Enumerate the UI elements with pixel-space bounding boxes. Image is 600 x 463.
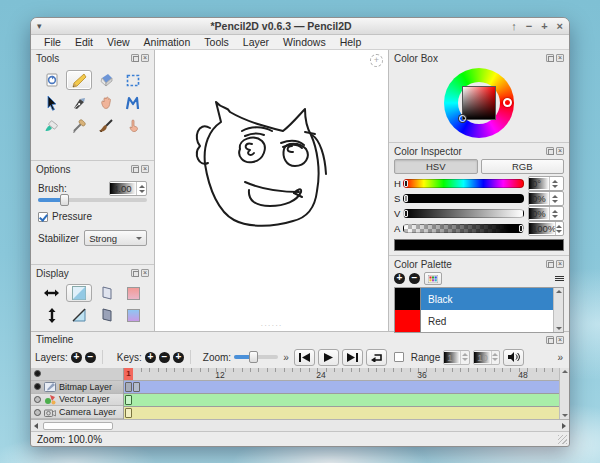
spin-up-icon[interactable] <box>552 195 558 198</box>
menu-tools[interactable]: Tools <box>197 36 236 48</box>
saturation-spinbox[interactable]: 0% <box>528 191 564 206</box>
toolbar-overflow-icon[interactable]: » <box>281 352 291 363</box>
scroll-up-icon[interactable] <box>556 290 562 293</box>
tab-hsv[interactable]: HSV <box>394 159 478 174</box>
brush-tool-button[interactable] <box>94 116 119 136</box>
spin-down-icon[interactable] <box>552 215 558 218</box>
play-button[interactable] <box>318 349 339 366</box>
spin-down-icon[interactable] <box>139 190 145 193</box>
spin-down-icon[interactable] <box>552 200 558 203</box>
spin-up-icon[interactable] <box>552 210 558 213</box>
remove-key-button[interactable]: − <box>159 352 170 363</box>
visibility-dot[interactable] <box>34 409 41 416</box>
palette-row-red[interactable]: Red <box>395 310 553 332</box>
title-bar[interactable]: ▾ *Pencil2D v0.6.3 — Pencil2D ↑ − + × <box>31 18 569 35</box>
menu-animation[interactable]: Animation <box>137 36 198 48</box>
spin-up-icon[interactable] <box>139 185 145 188</box>
spin-up-icon[interactable] <box>556 225 562 228</box>
layer-row-vector[interactable]: Vector Layer <box>31 394 123 407</box>
hue-spinbox[interactable]: 0° <box>528 176 564 191</box>
tools-float-button[interactable] <box>131 54 139 62</box>
timeline-close-button[interactable]: × <box>556 336 564 344</box>
display-float-button[interactable] <box>131 269 139 277</box>
scroll-down-icon[interactable] <box>562 414 568 417</box>
move-tool-button[interactable] <box>39 93 64 113</box>
options-close-button[interactable]: × <box>141 165 149 173</box>
hand-tool-button[interactable] <box>94 93 119 113</box>
color-box-close-button[interactable]: × <box>556 54 564 62</box>
tab-rgb[interactable]: RGB <box>481 159 565 174</box>
shade-button[interactable]: ↑ <box>511 19 517 34</box>
scroll-up-icon[interactable] <box>562 370 568 373</box>
vector-track[interactable] <box>124 394 559 407</box>
palette-scrollbar[interactable] <box>553 288 563 332</box>
stabilizer-dropdown[interactable]: Strong <box>84 230 147 246</box>
sv-marker[interactable] <box>459 115 466 122</box>
scroll-down-icon[interactable] <box>556 327 562 330</box>
range-checkbox[interactable] <box>394 352 404 362</box>
finger-tool-button[interactable] <box>121 116 146 136</box>
clear-tool-button[interactable] <box>39 70 64 90</box>
hue-slider[interactable] <box>403 179 524 188</box>
red-swatch[interactable] <box>395 310 421 332</box>
color-palette-float-button[interactable] <box>546 260 554 268</box>
mirror-vertical-button[interactable] <box>39 306 64 324</box>
minimize-button[interactable]: − <box>526 19 532 34</box>
display-close-button[interactable]: × <box>141 269 149 277</box>
menu-edit[interactable]: Edit <box>68 36 100 48</box>
tools-close-button[interactable]: × <box>141 54 149 62</box>
next-frame-button[interactable] <box>342 349 363 366</box>
visibility-header-icon[interactable] <box>34 370 41 377</box>
layer-row-bitmap[interactable]: Bitmap Layer <box>31 381 123 394</box>
prev-frame-button[interactable] <box>294 349 315 366</box>
timeline-horizontal-scrollbar[interactable] <box>31 419 569 431</box>
eraser-tool-button[interactable] <box>94 70 119 90</box>
mirror-horizontal-button[interactable] <box>39 284 64 302</box>
options-float-button[interactable] <box>131 165 139 173</box>
keyframe-cell[interactable] <box>133 382 140 392</box>
color-box-float-button[interactable] <box>546 54 554 62</box>
color-palette-close-button[interactable]: × <box>556 260 564 268</box>
alpha-slider[interactable] <box>403 224 524 233</box>
current-frame-marker[interactable]: 1 <box>124 368 133 380</box>
onion-blue-button[interactable] <box>121 306 146 324</box>
saturation-slider[interactable] <box>403 194 524 203</box>
saturation-value-square[interactable] <box>462 86 496 120</box>
onion-red-button[interactable] <box>121 284 146 302</box>
remove-layer-button[interactable]: − <box>85 352 96 363</box>
color-wheel[interactable] <box>389 64 569 142</box>
scrollbar-thumb[interactable] <box>43 422 113 430</box>
onion-skin-button[interactable] <box>66 284 91 302</box>
hue-marker[interactable] <box>503 98 512 107</box>
camera-track[interactable] <box>124 407 559 419</box>
color-inspector-float-button[interactable] <box>546 147 554 155</box>
visibility-dot[interactable] <box>34 396 41 403</box>
menu-windows[interactable]: Windows <box>276 36 333 48</box>
timeline-float-button[interactable] <box>546 336 554 344</box>
menu-file[interactable]: File <box>37 36 68 48</box>
spin-up-icon[interactable] <box>552 180 558 183</box>
sound-button[interactable] <box>503 349 524 366</box>
remove-color-button[interactable]: − <box>409 273 420 284</box>
window-menu-icon[interactable]: ▾ <box>37 21 51 31</box>
menu-help[interactable]: Help <box>333 36 369 48</box>
keyframe-cell[interactable] <box>125 395 132 405</box>
menu-view[interactable]: View <box>100 36 137 48</box>
eyedropper-tool-button[interactable] <box>66 116 91 136</box>
palette-row-black[interactable]: Black <box>395 288 553 310</box>
maximize-button[interactable]: + <box>541 19 547 34</box>
frame-ruler[interactable]: 1 12 24 36 48 <box>124 368 559 381</box>
smudge-tool-button[interactable] <box>39 116 64 136</box>
onion-prev-button[interactable] <box>94 284 119 302</box>
bitmap-track[interactable] <box>124 381 559 394</box>
add-color-button[interactable]: + <box>394 273 405 284</box>
brush-size-spinbox[interactable]: 4.00 <box>109 181 147 196</box>
timeline-tracks[interactable]: 1 12 24 36 48 <box>123 368 559 419</box>
duplicate-key-button[interactable]: + <box>173 352 184 363</box>
loop-button[interactable] <box>366 349 387 366</box>
layer-row-camera[interactable]: Camera Layer <box>31 406 123 419</box>
timeline-zoom-slider[interactable] <box>234 355 278 359</box>
spin-down-icon[interactable] <box>552 185 558 188</box>
brush-size-slider[interactable] <box>38 198 147 202</box>
timeline-vertical-scrollbar[interactable] <box>559 368 569 419</box>
